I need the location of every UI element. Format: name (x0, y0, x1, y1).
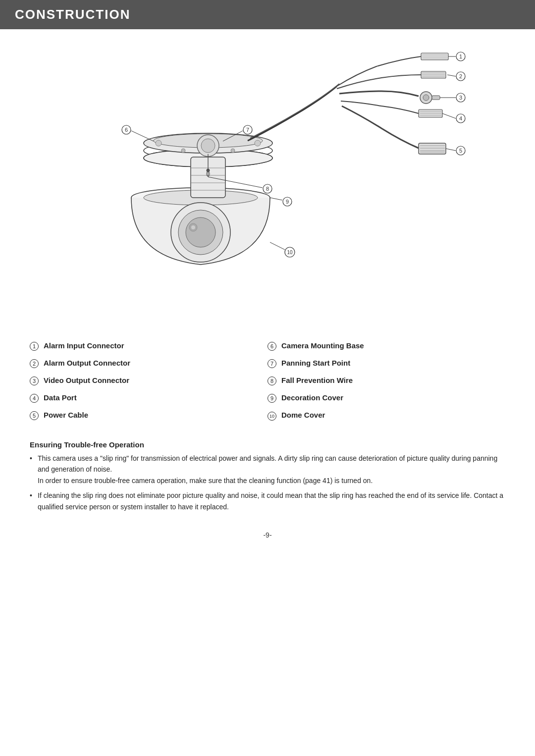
parts-col-right: 6 Camera Mounting Base 7 Panning Start P… (268, 341, 505, 421)
part-num-9: 9 (268, 394, 276, 403)
svg-text:10: 10 (287, 250, 293, 255)
diagram-svg: 1 2 3 4 5 6 (54, 44, 481, 322)
part-num-10: 10 (268, 412, 276, 421)
part-label-3: Video Output Connector (44, 376, 129, 384)
svg-rect-44 (419, 143, 446, 154)
svg-point-7 (255, 140, 261, 146)
svg-line-61 (446, 149, 456, 151)
page-container: CONSTRUCTION (0, 0, 535, 756)
part-label-6: Camera Mounting Base (281, 341, 364, 350)
part-label-7: Panning Start Point (281, 359, 350, 367)
notes-title: Ensuring Trouble-free Operation (30, 440, 505, 449)
page-number: -9- (0, 526, 535, 549)
part-label-2: Alarm Output Connector (44, 359, 130, 367)
svg-point-11 (201, 139, 215, 153)
part-item-3: 3 Video Output Connector (30, 376, 268, 385)
section-title: CONSTRUCTION (15, 7, 520, 22)
svg-text:4: 4 (459, 115, 462, 121)
part-num-4: 4 (30, 394, 39, 403)
svg-line-52 (447, 75, 456, 76)
part-num-7: 7 (268, 359, 276, 368)
part-label-8: Fall Prevention Wire (281, 376, 353, 384)
svg-text:5: 5 (459, 148, 462, 154)
svg-point-8 (181, 149, 185, 153)
diagram-area: 1 2 3 4 5 6 (0, 34, 535, 326)
svg-line-64 (131, 131, 154, 141)
svg-point-38 (423, 95, 429, 101)
notes-section: Ensuring Trouble-free Operation This cam… (0, 431, 535, 526)
part-item-4: 4 Data Port (30, 393, 268, 403)
part-item-9: 9 Decoration Cover (268, 393, 505, 403)
part-num-5: 5 (30, 411, 39, 420)
part-item-2: 2 Alarm Output Connector (30, 359, 268, 368)
part-item-10: 10 Dome Cover (268, 411, 505, 421)
svg-line-58 (442, 113, 456, 118)
svg-rect-39 (432, 96, 440, 100)
note-text-2: If cleaning the slip ring does not elimi… (38, 491, 503, 510)
svg-line-73 (270, 198, 282, 200)
svg-text:3: 3 (459, 95, 462, 101)
part-item-5: 5 Power Cable (30, 411, 268, 420)
part-num-2: 2 (30, 359, 39, 368)
note-item-2: If cleaning the slip ring does not elimi… (30, 490, 505, 512)
notes-list: This camera uses a "slip ring" for trans… (30, 453, 505, 512)
parts-list: 1 Alarm Input Connector 2 Alarm Output C… (0, 326, 535, 431)
part-num-3: 3 (30, 377, 39, 385)
svg-point-5 (156, 140, 161, 146)
svg-point-16 (186, 217, 215, 247)
part-label-10: Dome Cover (281, 411, 325, 419)
part-num-1: 1 (30, 342, 39, 351)
part-label-1: Alarm Input Connector (44, 341, 124, 350)
section-header: CONSTRUCTION (0, 0, 535, 29)
note-item-1: This camera uses a "slip ring" for trans… (30, 453, 505, 486)
svg-line-76 (270, 242, 285, 250)
part-label-4: Data Port (44, 393, 77, 402)
part-num-6: 6 (268, 342, 276, 351)
part-label-9: Decoration Cover (281, 393, 343, 402)
svg-text:6: 6 (125, 127, 128, 133)
part-item-6: 6 Camera Mounting Base (268, 341, 505, 351)
parts-col-left: 1 Alarm Input Connector 2 Alarm Output C… (30, 341, 268, 421)
part-item-7: 7 Panning Start Point (268, 359, 505, 368)
svg-text:7: 7 (246, 127, 249, 133)
construction-diagram: 1 2 3 4 5 6 (54, 44, 481, 322)
part-num-8: 8 (268, 377, 276, 385)
part-label-5: Power Cable (44, 411, 88, 419)
svg-point-9 (231, 149, 235, 153)
svg-text:8: 8 (266, 186, 269, 192)
note-text-1: This camera uses a "slip ring" for trans… (38, 454, 497, 485)
part-item-8: 8 Fall Prevention Wire (268, 376, 505, 385)
svg-text:2: 2 (459, 73, 462, 79)
svg-text:1: 1 (459, 54, 462, 59)
svg-point-18 (191, 225, 195, 229)
part-item-1: 1 Alarm Input Connector (30, 341, 268, 351)
svg-text:9: 9 (286, 199, 289, 205)
